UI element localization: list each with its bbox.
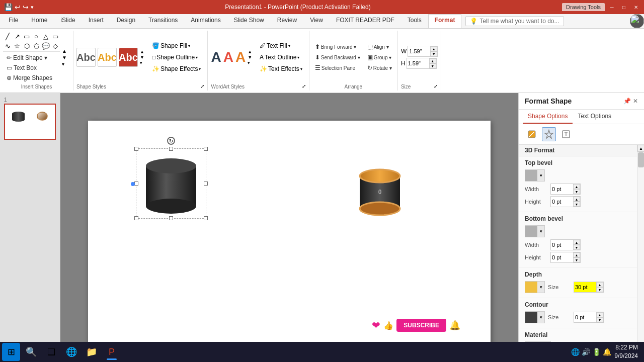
shape-fill-btn[interactable]: 🪣 Shape Fill ▾ — [148, 41, 205, 51]
tab-file[interactable]: File — [2, 14, 25, 28]
align-btn[interactable]: ⬚ Align ▾ — [365, 42, 394, 52]
tab-design[interactable]: Design — [110, 14, 142, 28]
system-clock[interactable]: 8:22 PM 9/9/2024 — [614, 343, 638, 360]
rotate-handle[interactable]: ↻ — [167, 137, 175, 145]
bbw-down[interactable]: ▼ — [573, 245, 580, 250]
depth-color-btn[interactable]: ▾ — [525, 281, 545, 293]
speaker-icon[interactable]: 🔊 — [582, 348, 590, 356]
tab-text-options[interactable]: Text Options — [573, 110, 616, 124]
taskbar-edge[interactable]: 🌐 — [62, 343, 80, 361]
shape-rect[interactable]: ▭ — [22, 32, 31, 41]
shape-penta[interactable]: ⬠ — [32, 41, 41, 50]
notification-icon[interactable]: 🔔 — [603, 348, 611, 356]
contour-color-btn[interactable]: ▾ — [525, 311, 545, 323]
tab-tools[interactable]: Tools — [401, 14, 428, 28]
panel-close-btn[interactable]: ✕ — [633, 98, 638, 105]
handle-mid-left[interactable] — [134, 182, 138, 186]
top-bevel-width-field[interactable] — [551, 184, 573, 194]
handle-bottom-center[interactable] — [169, 216, 173, 220]
handle-bottom-left[interactable] — [134, 216, 138, 220]
shape-callout[interactable]: 💬 — [41, 41, 50, 50]
shape-cylinder-dark[interactable] — [138, 151, 204, 216]
shape-styles-expand-icon[interactable]: ⤢ — [200, 83, 204, 89]
shapes-scroll-down[interactable]: ▼ — [62, 55, 70, 60]
height-input[interactable] — [407, 58, 429, 68]
group-btn[interactable]: ▣ Group ▾ — [365, 52, 394, 62]
tell-me-box[interactable]: 💡 Tell me what you want to do... — [465, 16, 564, 26]
bottom-bevel-height-field[interactable] — [551, 252, 573, 262]
redo-icon[interactable]: ↪ — [23, 3, 29, 11]
battery-icon[interactable]: 🔋 — [592, 348, 601, 356]
handle-top-left[interactable] — [134, 147, 138, 151]
bbw-up[interactable]: ▲ — [573, 240, 580, 245]
tbh-down[interactable]: ▼ — [573, 202, 580, 207]
handle-bottom-right[interactable] — [204, 216, 208, 220]
shape-style-1[interactable]: Abc — [76, 48, 96, 67]
contour-down[interactable]: ▼ — [596, 317, 603, 322]
canvas-area[interactable]: ↻ — [60, 93, 518, 362]
wordart-a1[interactable]: A — [211, 49, 221, 65]
shape-line[interactable]: ╱ — [3, 32, 12, 41]
start-btn[interactable]: ⊞ — [2, 343, 20, 361]
shape-style-2[interactable]: Abc — [98, 48, 117, 67]
depth-down[interactable]: ▼ — [596, 287, 603, 292]
shape-curve[interactable]: ∿ — [3, 41, 12, 50]
wordart-expand-icon[interactable]: ⤢ — [302, 83, 306, 89]
tab-shape-options[interactable]: Shape Options — [523, 110, 573, 124]
merge-shapes-btn[interactable]: ⊕ Merge Shapes — [3, 73, 60, 83]
bring-forward-btn[interactable]: ⬆ Bring Forward ▾ — [312, 42, 363, 52]
contour-up[interactable]: ▲ — [596, 312, 603, 317]
tab-foxit[interactable]: FOXIT READER PDF — [330, 14, 401, 28]
subscribe-button[interactable]: SUBSCRIBE — [396, 319, 446, 332]
tbw-down[interactable]: ▼ — [573, 189, 580, 194]
tab-transitions[interactable]: Transitions — [142, 14, 184, 28]
selection-pane-btn[interactable]: ☰ Selection Pane — [312, 63, 363, 73]
shape-triangle[interactable]: △ — [41, 32, 50, 41]
wordart-a2[interactable]: A — [223, 49, 233, 65]
scroll-thumb[interactable] — [638, 152, 644, 167]
panel-pin-btn[interactable]: 📌 — [623, 98, 631, 105]
handle-top-center[interactable] — [169, 147, 173, 151]
tbh-up[interactable]: ▲ — [573, 197, 580, 202]
tbw-up[interactable]: ▲ — [573, 184, 580, 189]
tab-animations[interactable]: Animations — [184, 14, 227, 28]
tab-insert[interactable]: Insert — [82, 14, 110, 28]
shape-styles-scroll-up[interactable]: ▲ — [140, 49, 144, 54]
contour-size-field[interactable] — [574, 312, 596, 322]
tab-view[interactable]: View — [303, 14, 330, 28]
minimize-btn[interactable]: ─ — [608, 3, 616, 11]
width-up[interactable]: ▲ — [430, 46, 437, 51]
wordart-scroll-down[interactable]: ▼ — [248, 55, 252, 60]
wordart-expand[interactable]: ▾ — [248, 60, 252, 65]
text-effects-btn[interactable]: ✨ Text Effects ▾ — [256, 64, 306, 74]
shape-style-3[interactable]: Abc — [119, 48, 138, 67]
text-fill-btn[interactable]: 🖊 Text Fill ▾ — [256, 41, 306, 51]
bottom-bevel-width-field[interactable] — [551, 240, 573, 250]
shape-styles-expand[interactable]: ▾ — [140, 60, 144, 65]
shape-cylinder-bronze[interactable]: 0 — [355, 166, 405, 216]
width-input[interactable] — [408, 46, 430, 56]
depth-up[interactable]: ▲ — [596, 282, 603, 287]
tab-review[interactable]: Review — [271, 14, 303, 28]
shape-outline-btn[interactable]: □ Shape Outline ▾ — [148, 52, 205, 62]
shape-more[interactable]: ▭ — [51, 32, 60, 41]
handle-mid-right[interactable] — [204, 182, 208, 186]
taskbar-powerpoint[interactable]: P — [103, 343, 121, 361]
fill-line-icon-btn[interactable] — [525, 127, 539, 141]
taskview-btn[interactable]: ❑ — [42, 343, 60, 361]
bottom-bevel-color-btn[interactable]: ▾ — [525, 225, 545, 237]
shapes-scroll-up[interactable]: ▲ — [62, 48, 70, 54]
shape-flow[interactable]: ◇ — [51, 41, 60, 50]
save-icon[interactable]: 💾 — [4, 3, 13, 11]
shape-star[interactable]: ☆ — [13, 41, 22, 50]
tab-islide[interactable]: iSlide — [54, 14, 82, 28]
maximize-btn[interactable]: □ — [620, 3, 628, 11]
shape-arrow[interactable]: ↗ — [13, 32, 22, 41]
size-expand-icon[interactable]: ⤢ — [434, 83, 438, 89]
shape-styles-scroll-down[interactable]: ▼ — [140, 55, 144, 60]
height-down[interactable]: ▼ — [429, 63, 436, 68]
bbh-down[interactable]: ▼ — [573, 257, 580, 262]
scroll-up-btn[interactable]: ▲ — [637, 145, 644, 152]
shapes-expand[interactable]: ▾ — [62, 61, 70, 67]
edit-shape-btn[interactable]: ✏ Edit Shape ▾ — [3, 53, 60, 63]
